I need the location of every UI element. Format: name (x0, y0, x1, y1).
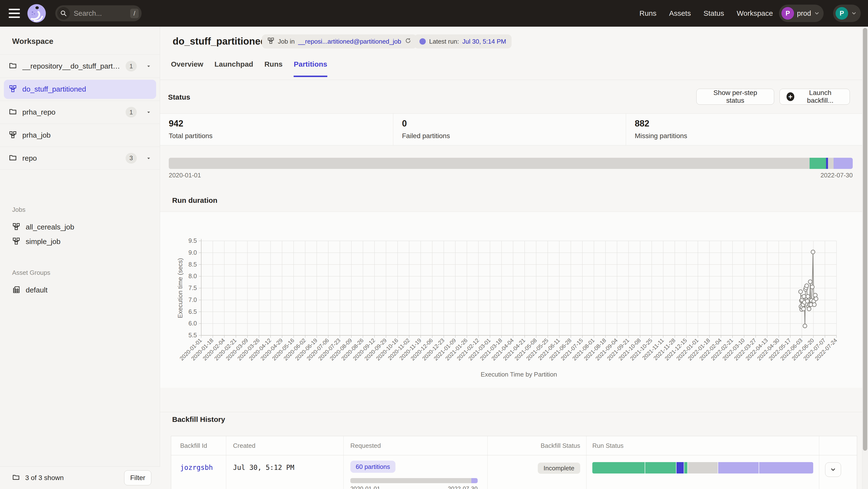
stat-label: Missing partitions (635, 132, 868, 140)
partition-stats: 942Total partitions0Failed partitions882… (160, 113, 868, 145)
run-duration-chart-container: 2020-01-012020-01-182020-02-042020-02-21… (160, 212, 868, 388)
partition-segment-gray (169, 158, 810, 169)
caret-down-icon[interactable] (146, 64, 151, 69)
search-input[interactable]: Search... / (55, 5, 142, 21)
data-point-marker[interactable] (812, 303, 816, 306)
vertical-scrollbar[interactable] (862, 27, 868, 489)
page-title: do_stuff_partitioned (173, 36, 267, 47)
jobs-section-label: Jobs (12, 206, 160, 214)
run-status-bar[interactable] (592, 462, 813, 474)
user-menu[interactable]: P (833, 5, 861, 22)
repository-link[interactable]: __reposi...artitioned@partitioned_job (298, 38, 401, 45)
reload-icon[interactable] (405, 37, 411, 46)
column-header-created: Created (226, 436, 343, 455)
y-tick-label: 8.5 (188, 261, 197, 268)
run-status-segment-green (645, 462, 676, 474)
sidebar-item-inner: prha_repo1 (4, 103, 156, 122)
sidebar-item-repo[interactable]: prha_repo1 (0, 101, 160, 124)
run-duration-title: Run duration (172, 196, 217, 204)
latest-run-link[interactable]: Jul 30, 5:14 PM (462, 38, 506, 45)
dagster-logo-icon[interactable] (27, 4, 46, 23)
caret-down-icon[interactable] (146, 156, 151, 161)
run-status-segment-blue (677, 462, 684, 474)
requested-partitions-badge[interactable]: 60 partitions (350, 461, 396, 473)
sidebar-title: Workspace (12, 37, 53, 46)
data-point-marker[interactable] (805, 284, 809, 288)
partition-status-bar[interactable] (169, 158, 853, 169)
data-point-marker[interactable] (810, 285, 814, 289)
chevron-down-icon (814, 10, 820, 16)
backfill-created: Jul 30, 5:12 PM (233, 463, 294, 471)
repository-list: __repository__do_stuff_partitio...1do_st… (0, 55, 160, 170)
data-point-marker[interactable] (805, 299, 809, 303)
launch-backfill-button[interactable]: + Launch backfill... (779, 89, 850, 105)
search-icon (57, 7, 70, 20)
tab-partitions[interactable]: Partitions (293, 60, 327, 77)
caret-down-icon[interactable] (146, 109, 151, 115)
requested-segment-gray (350, 478, 471, 483)
stat-label: Failed partitions (402, 132, 626, 140)
tab-launchpad[interactable]: Launchpad (214, 60, 253, 77)
scrollbar-thumb[interactable] (863, 28, 867, 451)
nav-workspace[interactable]: Workspace (737, 9, 773, 18)
x-axis-caption: Execution Time by Partition (480, 371, 557, 378)
stat-missing-partitions: 882Missing partitions (626, 113, 868, 145)
data-point-marker[interactable] (811, 250, 815, 254)
sidebar-item-inner: repo3 (4, 149, 156, 168)
sidebar-item-repo[interactable]: __repository__do_stuff_partitio...1 (0, 55, 160, 77)
data-point-marker[interactable] (802, 307, 805, 311)
sidebar-item-job[interactable]: prha_job (0, 124, 160, 146)
data-point-marker[interactable] (807, 307, 811, 311)
partition-segment-blue (826, 158, 828, 169)
stat-value: 882 (635, 119, 868, 129)
nav-runs[interactable]: Runs (639, 9, 656, 18)
asset-groups-item[interactable]: default (0, 283, 160, 297)
item-count-badge: 1 (126, 61, 137, 71)
folder-icon (9, 62, 17, 71)
data-point-marker[interactable] (806, 294, 810, 298)
deployment-switcher[interactable]: P prod (779, 5, 824, 22)
asset-groups-section: Asset Groupsdefault (0, 269, 160, 297)
data-point-marker[interactable] (814, 297, 818, 301)
column-header-backfill-id: Backfill Id (171, 436, 226, 455)
jobs-item[interactable]: simple_job (0, 234, 160, 249)
backfill-table-row: jozrgsbh Jul 30, 5:12 PM 60 partitions 2… (171, 455, 857, 489)
data-point-marker[interactable] (808, 280, 812, 284)
y-axis-caption: Execution time (secs) (177, 258, 184, 318)
search-shortcut-key: / (130, 9, 139, 18)
sidebar-item-job[interactable]: do_stuff_partitioned (0, 77, 160, 101)
item-count-badge: 1 (126, 107, 137, 118)
column-header-requested: Requested (343, 436, 487, 455)
requested-segment-lavender (471, 478, 478, 483)
data-point-marker[interactable] (803, 324, 807, 328)
sidebar-item-label: __repository__do_stuff_partitio... (22, 62, 120, 70)
backfill-id-link[interactable]: jozrgsbh (180, 463, 213, 471)
nav-assets[interactable]: Assets (669, 9, 691, 18)
y-tick-label: 6.5 (188, 308, 197, 315)
data-point-marker[interactable] (799, 290, 803, 294)
sidebar-item-repo[interactable]: repo3 (0, 146, 160, 170)
menu-icon[interactable] (9, 9, 20, 18)
sidebar-item-inner: do_stuff_partitioned (4, 80, 156, 99)
asset-groups-item-label: default (26, 286, 48, 294)
tab-runs[interactable]: Runs (264, 60, 282, 77)
y-tick-label: 9.5 (188, 237, 197, 244)
data-point-marker[interactable] (802, 294, 806, 298)
jobs-item[interactable]: all_cereals_job (0, 220, 160, 234)
partition-segment-gray (828, 158, 834, 169)
nav-status[interactable]: Status (703, 9, 724, 18)
requested-progress-bar (350, 478, 478, 483)
filter-button[interactable]: Filter (124, 470, 151, 485)
expand-row-button[interactable] (825, 462, 841, 477)
jobs-item-label: all_cereals_job (26, 223, 74, 231)
folder-icon (9, 107, 17, 117)
run-status-segment-lavender (759, 462, 813, 474)
sidebar-item-label: prha_job (22, 131, 151, 139)
asset-group-icon (12, 286, 20, 295)
backfill-history-table: Backfill IdCreatedRequestedBackfill Stat… (171, 436, 857, 489)
job-icon (12, 237, 20, 246)
stat-failed-partitions: 0Failed partitions (393, 113, 626, 145)
tab-overview[interactable]: Overview (171, 60, 203, 77)
y-tick-label: 9.0 (188, 249, 197, 256)
show-per-step-status-button[interactable]: Show per-step status (696, 89, 774, 105)
